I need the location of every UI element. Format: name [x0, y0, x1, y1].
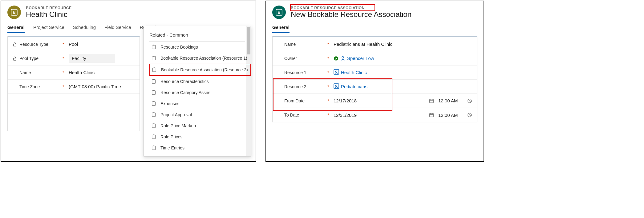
- required-marker: *: [327, 84, 330, 89]
- entity-type-label: BOOKABLE RESOURCE: [26, 6, 72, 10]
- related-bra-resource-1[interactable]: Bookable Resource Association (Resource …: [149, 53, 251, 64]
- field-name: Name * Health Clinic: [8, 65, 140, 80]
- required-marker: *: [327, 98, 330, 103]
- clipboard-icon: [152, 67, 157, 72]
- field-time-zone: Time Zone * (GMT-08:00) Pacific Time: [8, 80, 140, 94]
- clipboard-icon: [151, 101, 156, 106]
- clipboard-icon: [151, 112, 156, 117]
- label-owner: Owner: [284, 56, 297, 61]
- resource-lookup-icon: [334, 69, 339, 76]
- panel-header: BOOKABLE RESOURCE Health Clinic: [1, 1, 256, 22]
- related-resource-characteristics[interactable]: Resource Characteristics: [149, 76, 251, 87]
- label-from-date: From Date: [284, 98, 305, 103]
- clipboard-icon: [151, 90, 156, 95]
- related-time-entries[interactable]: Time Entries: [149, 142, 251, 153]
- calendar-icon[interactable]: [429, 98, 434, 103]
- required-marker: *: [327, 70, 330, 75]
- label-resource-type: Resource Type: [19, 42, 48, 47]
- resource-icon: [11, 9, 18, 16]
- required-marker: *: [327, 113, 330, 117]
- value-resource-2[interactable]: Pediatricians: [341, 84, 367, 89]
- required-marker: *: [327, 42, 330, 47]
- field-to-date: To Date * 12/31/2019 12:00 AM: [273, 108, 477, 122]
- related-booking-headers[interactable]: Bookable Resource Booking Headers: [149, 153, 251, 156]
- required-marker: *: [62, 70, 65, 75]
- clipboard-icon: [151, 45, 156, 50]
- related-bra-resource-2[interactable]: Bookable Resource Association (Resource …: [149, 64, 251, 76]
- clipboard-icon: [151, 56, 156, 61]
- value-resource-type[interactable]: Pool: [69, 42, 78, 47]
- clock-icon[interactable]: [467, 113, 472, 117]
- related-expenses[interactable]: Expenses: [149, 98, 251, 109]
- resource-icon: [276, 9, 282, 16]
- general-form: Name * Pediatricians at Health Clinic Ow…: [272, 36, 477, 122]
- value-pool-type[interactable]: Facility: [69, 54, 115, 63]
- related-project-approval[interactable]: Project Approval: [149, 109, 251, 120]
- clipboard-icon: [151, 134, 156, 139]
- related-resource-category-assns[interactable]: Resource Category Assns: [149, 87, 251, 98]
- tab-scheduling[interactable]: Scheduling: [73, 22, 96, 33]
- label-name: Name: [284, 42, 296, 47]
- resource-lookup-icon: [334, 83, 339, 90]
- required-marker: *: [62, 84, 65, 89]
- general-form: Resource Type * Pool Pool Type * Facilit…: [7, 36, 140, 131]
- tab-project-service[interactable]: Project Service: [33, 22, 64, 33]
- tab-strip: General: [266, 22, 484, 33]
- entity-title: Health Clinic: [26, 10, 72, 19]
- clipboard-icon: [151, 145, 156, 150]
- label-resource-1: Resource 1: [284, 70, 306, 75]
- lock-icon: [13, 56, 17, 61]
- clipboard-icon: [151, 123, 156, 128]
- value-name[interactable]: Pediatricians at Health Clinic: [334, 42, 392, 47]
- entity-avatar: [7, 6, 21, 19]
- bookable-resource-panel: BOOKABLE RESOURCE Health Clinic General …: [1, 1, 256, 162]
- label-to-date: To Date: [284, 113, 299, 117]
- value-from-date[interactable]: 12/17/2018: [334, 98, 364, 103]
- clipboard-icon: [151, 79, 156, 84]
- label-time-zone: Time Zone: [19, 84, 40, 89]
- check-circle-icon: [334, 56, 338, 61]
- value-to-date[interactable]: 12/31/2019: [334, 113, 364, 118]
- flyout-header: Related - Common: [149, 31, 245, 42]
- panel-header: BOOKABLE RESOURCE ASSOCIATION New Bookab…: [266, 1, 484, 22]
- entity-avatar: [272, 6, 286, 19]
- field-resource-2: Resource 2 * Pediatricians: [273, 80, 477, 94]
- required-marker: *: [62, 56, 65, 61]
- label-pool-type: Pool Type: [19, 56, 38, 61]
- related-role-price-markup[interactable]: Role Price Markup: [149, 120, 251, 131]
- field-pool-type: Pool Type * Facility: [8, 51, 140, 65]
- field-resource-type: Resource Type * Pool: [8, 37, 140, 51]
- entity-type-label: BOOKABLE RESOURCE ASSOCIATION: [291, 6, 411, 10]
- lock-icon: [13, 42, 17, 46]
- label-resource-2: Resource 2: [284, 84, 306, 89]
- entity-title: New Bookable Resource Association: [291, 10, 411, 19]
- label-name: Name: [19, 70, 31, 75]
- value-resource-1[interactable]: Health Clinic: [341, 70, 367, 75]
- field-name: Name * Pediatricians at Health Clinic: [273, 37, 477, 51]
- value-name[interactable]: Health Clinic: [69, 70, 95, 75]
- tab-general[interactable]: General: [7, 22, 25, 33]
- calendar-icon[interactable]: [429, 113, 434, 117]
- clock-icon[interactable]: [467, 98, 472, 103]
- person-icon: [340, 56, 345, 61]
- value-to-time[interactable]: 12:00 AM: [438, 113, 463, 118]
- tab-field-service[interactable]: Field Service: [104, 22, 131, 33]
- field-resource-1: Resource 1 * Health Clinic: [273, 65, 477, 80]
- related-role-prices[interactable]: Role Prices: [149, 131, 251, 142]
- field-from-date: From Date * 12/17/2018 12:00 AM: [273, 94, 477, 108]
- related-flyout: Related - Common Resource Bookings Booka…: [144, 26, 251, 157]
- bookable-resource-association-panel: BOOKABLE RESOURCE ASSOCIATION New Bookab…: [265, 1, 484, 162]
- related-resource-bookings[interactable]: Resource Bookings: [149, 42, 251, 53]
- tab-general[interactable]: General: [272, 22, 290, 33]
- required-marker: *: [327, 56, 330, 61]
- value-time-zone[interactable]: (GMT-08:00) Pacific Time: [69, 84, 121, 89]
- value-owner[interactable]: Spencer Low: [347, 56, 374, 61]
- required-marker: *: [62, 42, 65, 47]
- value-from-time[interactable]: 12:00 AM: [438, 98, 463, 103]
- field-owner: Owner * Spencer Low: [273, 51, 477, 65]
